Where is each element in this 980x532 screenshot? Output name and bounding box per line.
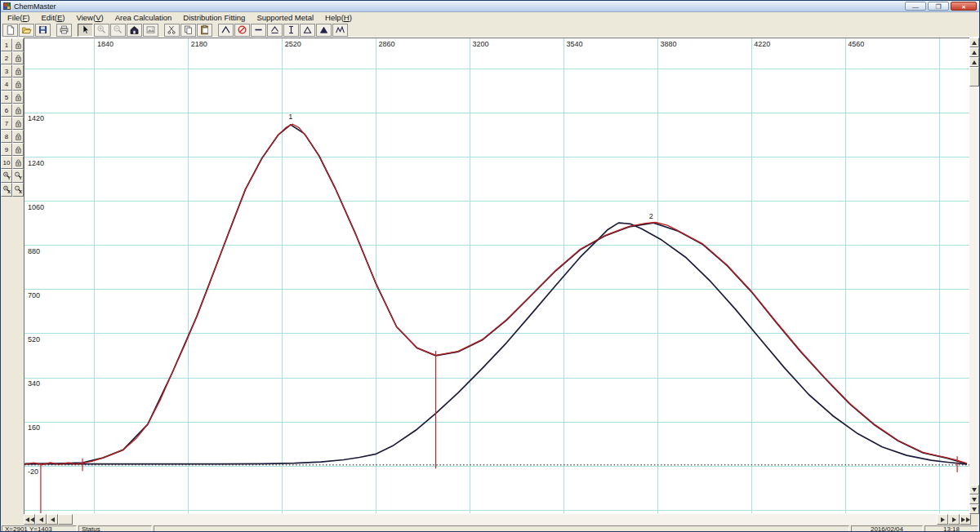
channel-row-6: 6	[1, 104, 24, 117]
x-tick-label: 4220	[754, 40, 770, 48]
picture-icon	[145, 24, 156, 35]
paste-button[interactable]	[197, 24, 212, 37]
lock-5-button[interactable]	[12, 91, 24, 104]
zoom-out-y-button[interactable]: -Y	[12, 169, 24, 183]
scroll-up-button[interactable]	[969, 47, 979, 57]
minimize-button[interactable]: —	[905, 2, 926, 11]
lock-7-button[interactable]	[12, 117, 24, 130]
scroll-up-step-button[interactable]	[969, 57, 979, 67]
lock-icon	[14, 132, 23, 141]
lock-2-button[interactable]	[12, 51, 24, 64]
menu-help[interactable]: Help(H)	[319, 13, 358, 22]
zoom-out-x-button[interactable]: -X	[12, 183, 24, 197]
lock-9-button[interactable]	[12, 143, 24, 156]
lock-4-button[interactable]	[12, 78, 24, 91]
scroll-down-step-button[interactable]	[969, 485, 979, 494]
scroll-right-button[interactable]	[948, 514, 960, 525]
channel-2-button[interactable]: 2	[1, 51, 12, 64]
menu-area-calculation[interactable]: Area Calculation	[109, 13, 178, 22]
channel-7-button[interactable]: 7	[1, 117, 12, 130]
magnifier-minus-y-icon: -Y	[14, 171, 23, 180]
zoom-in-x-button[interactable]: +X	[1, 183, 12, 197]
maximize-button[interactable]: ❐	[928, 2, 949, 11]
scroll-last-button[interactable]	[960, 514, 971, 525]
channel-1-button[interactable]: 1	[1, 38, 12, 51]
title-bar: ChemMaster — ❐ ×	[1, 1, 979, 12]
horizontal-scroll-track[interactable]	[73, 514, 937, 525]
channel-10-button[interactable]: 10	[1, 156, 12, 169]
x-tick-label: 2520	[285, 40, 301, 48]
channel-9-button[interactable]: 9	[1, 143, 12, 156]
vertical-scrollbar[interactable]	[969, 38, 979, 514]
x-tick-label: 2860	[379, 40, 395, 48]
status-bar: X=2901 Y=1403 Status 2016/02/04 13:18	[1, 525, 979, 532]
zoom-out-button[interactable]	[110, 24, 126, 37]
lock-icon	[14, 54, 23, 63]
chart-view-button[interactable]	[143, 24, 158, 37]
menu-supported-metal[interactable]: Supported Metal	[251, 13, 319, 22]
peak-label-2: 2	[649, 212, 653, 220]
channel-row-3: 3	[1, 64, 24, 78]
y-tick-label: 160	[28, 423, 40, 432]
lock-1-button[interactable]	[12, 38, 24, 51]
chromatogram-chart[interactable]: 1840218025202860320035403880422045601420…	[24, 38, 970, 513]
peak-baseline-button[interactable]	[267, 24, 283, 37]
x-tick-label: 3880	[660, 40, 676, 48]
lock-8-button[interactable]	[12, 130, 24, 143]
scroll-down-button[interactable]	[969, 494, 979, 504]
peak-icon	[220, 24, 231, 35]
x-tick-label: 3200	[473, 40, 489, 48]
scroll-right-step-button[interactable]	[937, 514, 948, 525]
full-view-button[interactable]	[127, 24, 142, 37]
toolbar-separator	[213, 24, 217, 37]
peak-split-button[interactable]	[283, 24, 299, 37]
peak-triangle-filled-button[interactable]	[316, 24, 332, 37]
zoom-in-button[interactable]	[94, 24, 109, 37]
horizontal-scroll-thumb[interactable]	[58, 514, 73, 525]
menu-file[interactable]: File(F)	[2, 13, 35, 22]
close-button[interactable]: ×	[951, 2, 977, 11]
peak-delete-button[interactable]	[234, 24, 250, 37]
no-symbol-icon	[237, 24, 247, 35]
vertical-scroll-thumb[interactable]	[969, 67, 979, 86]
select-cursor-button[interactable]	[78, 24, 93, 37]
x-tick-label: 4560	[848, 40, 864, 48]
lock-10-button[interactable]	[12, 156, 24, 169]
x-tick-label: 1840	[97, 40, 114, 48]
scroll-left-button[interactable]	[35, 514, 47, 525]
channel-4-button[interactable]: 4	[1, 78, 12, 91]
magnifier-plus-x-icon: +X	[2, 185, 11, 194]
svg-text:Y: Y	[7, 175, 11, 180]
scroll-top-button[interactable]	[969, 38, 979, 47]
open-file-button[interactable]	[19, 24, 34, 37]
scroll-bottom-button[interactable]	[969, 504, 979, 514]
multi-peak-button[interactable]	[332, 24, 348, 37]
lock-icon	[14, 67, 23, 76]
horizontal-scrollbar[interactable]	[24, 514, 971, 525]
y-tick-label: 340	[28, 379, 40, 388]
print-button[interactable]	[56, 24, 72, 37]
scroll-left-step-button[interactable]	[47, 514, 58, 525]
channel-6-button[interactable]: 6	[1, 104, 12, 117]
menu-distribution-fitting[interactable]: Distribution Fitting	[177, 13, 251, 22]
channel-3-button[interactable]: 3	[1, 64, 12, 78]
dash-icon	[253, 24, 264, 35]
copy-button[interactable]	[180, 24, 196, 37]
peak-triangle-outline-button[interactable]	[300, 24, 315, 37]
plot-area[interactable]: 1840218025202860320035403880422045601420…	[24, 38, 971, 514]
baseline-button[interactable]	[251, 24, 266, 37]
scroll-first-button[interactable]	[24, 514, 35, 525]
save-button[interactable]	[35, 24, 51, 37]
lock-3-button[interactable]	[12, 64, 24, 78]
channel-5-button[interactable]: 5	[1, 91, 12, 104]
channel-8-button[interactable]: 8	[1, 130, 12, 143]
menu-view[interactable]: View(V)	[71, 13, 109, 22]
menu-edit[interactable]: Edit(E)	[35, 13, 70, 22]
new-document-button[interactable]	[2, 24, 18, 37]
lock-6-button[interactable]	[12, 104, 24, 117]
vertical-scroll-track[interactable]	[969, 86, 979, 485]
zoom-in-y-button[interactable]: +Y	[1, 169, 12, 183]
cut-button[interactable]	[164, 24, 180, 37]
app-icon	[3, 2, 11, 10]
peak-detect-button[interactable]	[218, 24, 234, 37]
